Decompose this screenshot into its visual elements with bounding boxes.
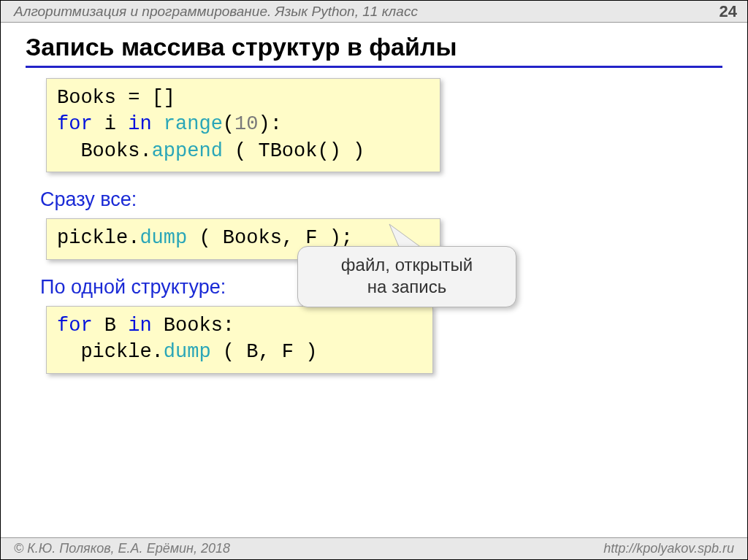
- slide-title: Запись массива структур в файлы: [26, 33, 722, 68]
- footer-authors: © К.Ю. Поляков, Е.А. Ерёмин, 2018: [14, 541, 230, 556]
- slide-header: Алгоритмизация и программирование. Язык …: [1, 1, 747, 23]
- callout-line2: на запись: [308, 276, 505, 298]
- code-block-1: Books = [] for i in range(10): Books.app…: [46, 78, 440, 172]
- callout-box: файл, открытый на запись: [297, 246, 516, 307]
- footer-url: http://kpolyakov.spb.ru: [603, 541, 734, 556]
- code-block-3: for B in Books: pickle.dump ( B, F ): [46, 306, 433, 374]
- course-title: Алгоритмизация и программирование. Язык …: [14, 4, 418, 20]
- slide-content: Запись массива структур в файлы Books = …: [1, 23, 747, 386]
- page-number: 24: [720, 2, 737, 21]
- callout-line1: файл, открытый: [308, 254, 505, 276]
- slide-footer: © К.Ю. Поляков, Е.А. Ерёмин, 2018 http:/…: [1, 537, 747, 559]
- subhead-all: Сразу все:: [40, 188, 722, 211]
